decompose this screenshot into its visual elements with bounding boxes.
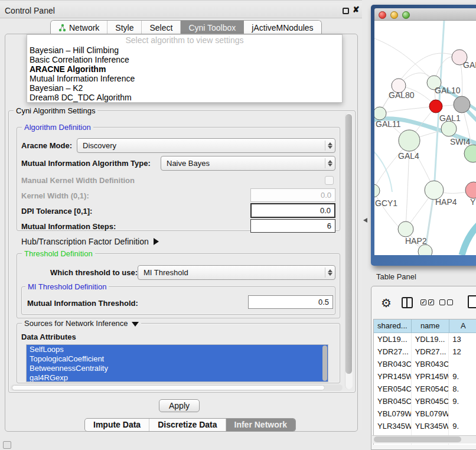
columns-icon[interactable] — [402, 297, 413, 308]
mi-type-select[interactable]: Naive Bayes — [161, 156, 335, 171]
table-row[interactable]: YDL19...YDL19...13 — [374, 333, 476, 345]
gear-icon[interactable]: ⚙ — [381, 296, 392, 310]
data-attribute-item[interactable]: BetweennessCentrality — [27, 364, 328, 373]
table-cell[interactable]: YBL079W — [374, 407, 412, 420]
table-row[interactable]: YBL079WYBL079W — [374, 407, 476, 420]
network-node-hap2[interactable] — [398, 221, 413, 237]
network-node[interactable] — [464, 145, 476, 162]
table-cell[interactable]: YER054C — [374, 383, 412, 395]
settings-hscrollbar-thumb[interactable] — [12, 385, 325, 390]
table-row[interactable]: YPR145WYPR145W9. — [374, 370, 476, 383]
table-cell[interactable]: YDR27... — [374, 345, 412, 358]
algorithm-option[interactable]: Bayesian – Hill Climbing — [27, 45, 342, 55]
tab-infer-network[interactable]: Infer Network — [226, 419, 295, 431]
network-node-gcy1[interactable] — [374, 184, 380, 197]
algorithm-option[interactable]: Basic Correlation Inference — [27, 55, 342, 64]
table-cell[interactable]: YBR043C — [412, 358, 449, 370]
tab-select[interactable]: Select — [142, 21, 181, 34]
table-cell[interactable]: 8. — [449, 383, 476, 395]
float-window-icon[interactable] — [343, 8, 349, 14]
close-traffic-light-icon[interactable] — [379, 11, 386, 19]
tab-impute-data[interactable]: Impute Data — [85, 419, 149, 431]
network-node-gal1[interactable] — [429, 100, 442, 113]
table-cell[interactable]: YBL079W — [412, 407, 449, 420]
network-node-gal11[interactable] — [374, 107, 386, 120]
table-cell[interactable]: 13 — [449, 333, 476, 345]
close-icon[interactable]: ✘ — [353, 5, 360, 14]
tab-network[interactable]: Network — [51, 21, 107, 34]
kernel-width-input[interactable]: 0.0 — [250, 188, 335, 202]
table-row[interactable]: YBR045CYBR045C9. — [374, 395, 476, 407]
table-cell[interactable] — [449, 358, 476, 370]
table-cell[interactable]: YPR145W — [374, 370, 412, 383]
data-attribute-item[interactable]: SelfLoops — [27, 345, 328, 354]
table-row[interactable]: YER054CYER054C8. — [374, 383, 476, 395]
table-cell[interactable]: 9. — [449, 395, 476, 407]
tab-jactivemnodules[interactable]: jActiveMNodules — [244, 21, 321, 34]
network-canvas[interactable]: GALGAL80GAL10GAL1GAL11SWI4GAL4GCY1HAP4YH… — [374, 21, 476, 255]
table-cell[interactable]: 12 — [449, 345, 476, 358]
collapsed-panel-icon[interactable] — [3, 441, 11, 449]
dpi-tolerance-input[interactable]: 0.0 — [250, 203, 335, 218]
table-cell[interactable]: YDL19... — [412, 333, 449, 345]
table-cell[interactable]: 9. — [449, 420, 476, 432]
table-cell[interactable]: 9. — [449, 370, 476, 383]
table-header-cell[interactable]: name — [412, 319, 449, 333]
table-cell[interactable]: YER054C — [412, 383, 449, 395]
table-cell[interactable]: YDR27... — [412, 345, 449, 358]
splitter-cursor-icon — [363, 218, 367, 223]
tab-discretize-data[interactable]: Discretize Data — [149, 419, 226, 431]
table-row[interactable]: YBR043CYBR043C — [374, 358, 476, 370]
manual-kernel-label: Manual Kernel Width Definition — [21, 176, 135, 185]
table-row[interactable]: YDR27...YDR27...12 — [374, 345, 476, 358]
mi-threshold-input[interactable]: 0.5 — [248, 295, 333, 309]
select-all-icon[interactable]: ✓✓ — [420, 299, 434, 305]
sources-title-text: Sources for Network Inference — [24, 319, 128, 328]
table-cell[interactable]: YDL19... — [374, 333, 412, 345]
network-node-gal4[interactable] — [399, 130, 420, 151]
settings-scrollbar-thumb[interactable] — [345, 114, 352, 374]
algorithm-option[interactable]: ARACNE Algorithm — [27, 64, 342, 74]
table-cell[interactable]: YPR145W — [412, 370, 449, 383]
sources-group-title[interactable]: Sources for Network Inference — [22, 319, 141, 328]
tab-label: Network — [69, 23, 99, 32]
algorithm-option[interactable]: Bayesian – K2 — [27, 83, 342, 93]
table-cell[interactable]: YLR345W — [374, 420, 412, 432]
algorithm-dropdown-placeholder[interactable]: Select algorithm to view settings — [27, 35, 342, 45]
table-cell[interactable]: YBR045C — [374, 395, 412, 407]
table-row[interactable]: YLR345WYLR345W9. — [374, 420, 476, 432]
mi-type-label: Mutual Information Algorithm Type: — [21, 159, 151, 168]
new-file-icon[interactable] — [468, 295, 476, 308]
zoom-traffic-light-icon[interactable] — [402, 11, 410, 19]
node-label: SWI4 — [450, 137, 470, 146]
table-header-cell[interactable]: shared... — [374, 319, 412, 333]
network-node-swi4[interactable] — [441, 121, 457, 136]
aracne-mode-select[interactable]: Discovery — [77, 138, 335, 153]
data-attribute-item[interactable]: gal4RGexp — [27, 373, 328, 382]
table-header-cell[interactable]: A — [449, 319, 476, 333]
network-node-y[interactable] — [465, 182, 476, 198]
table-cell[interactable]: YBR045C — [412, 395, 449, 407]
which-threshold-select[interactable]: MI Threshold — [138, 265, 335, 280]
node-label: GAL11 — [376, 119, 401, 129]
tab-style[interactable]: Style — [107, 21, 142, 34]
mi-steps-label: Mutual Information Steps: — [21, 222, 116, 231]
algorithm-option[interactable]: Mutual Information Inference — [27, 74, 342, 83]
table-cell[interactable]: YLR345W — [412, 420, 449, 432]
table-cell[interactable] — [449, 407, 476, 420]
apply-button[interactable]: Apply — [159, 399, 200, 412]
manual-kernel-checkbox[interactable] — [325, 176, 334, 185]
table-cell[interactable]: YBR043C — [374, 358, 412, 370]
hub-definition-disclosure[interactable]: Hub/Transcription Factor Definition — [21, 237, 159, 246]
algorithm-option[interactable]: Dream8 DC_TDC Algorithm — [27, 93, 342, 102]
network-window-titlebar[interactable] — [374, 8, 476, 21]
tab-cyni-toolbox[interactable]: Cyni Toolbox — [181, 21, 244, 34]
minimize-traffic-light-icon[interactable] — [390, 11, 398, 19]
attributes-scrollbar-thumb[interactable] — [322, 345, 327, 381]
deselect-all-icon[interactable] — [439, 299, 453, 305]
data-attribute-item[interactable]: TopologicalCoefficient — [27, 354, 328, 364]
table-hscrollbar-thumb[interactable] — [374, 436, 461, 442]
mi-steps-input[interactable]: 6 — [250, 219, 335, 233]
mi-type-value: Naive Bayes — [167, 159, 210, 168]
network-node[interactable] — [454, 96, 470, 113]
